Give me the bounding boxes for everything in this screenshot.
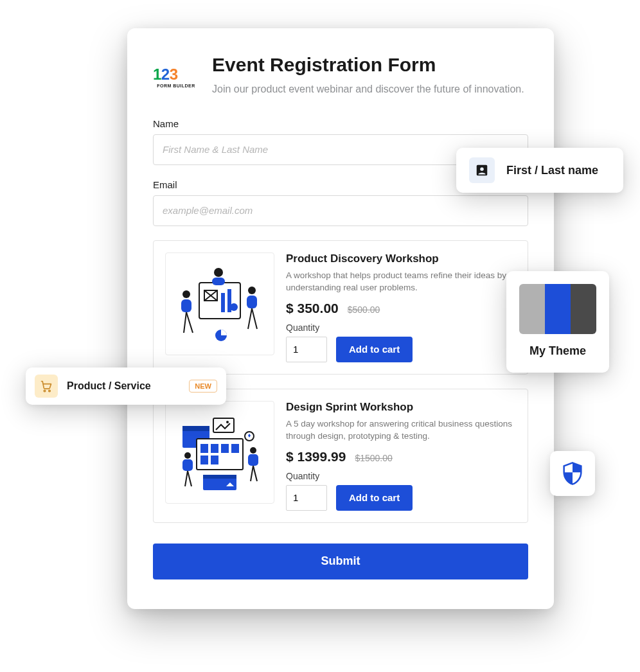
workshop-illustration-icon bbox=[175, 262, 265, 346]
product-description: A workshop that helps product teams refi… bbox=[286, 269, 516, 294]
form-card: 123 FORM BUILDER Event Registration Form… bbox=[127, 28, 554, 609]
security-badge[interactable] bbox=[550, 451, 595, 496]
svg-point-13 bbox=[248, 287, 256, 294]
svg-line-12 bbox=[186, 312, 193, 333]
product-illustration bbox=[165, 252, 274, 355]
logo-number: 123 bbox=[153, 67, 199, 82]
quantity-input[interactable] bbox=[286, 337, 327, 362]
svg-rect-4 bbox=[221, 293, 225, 312]
product-old-price: $500.00 bbox=[348, 305, 380, 315]
product-old-price: $1500.00 bbox=[355, 453, 392, 463]
svg-line-16 bbox=[252, 308, 257, 329]
svg-rect-28 bbox=[211, 455, 218, 464]
field-type-chip-label: Product / Service bbox=[67, 380, 180, 392]
form-header: 123 FORM BUILDER Event Registration Form… bbox=[153, 54, 528, 96]
person-icon bbox=[469, 157, 495, 183]
product-title: Product Discovery Workshop bbox=[286, 252, 516, 265]
new-badge: NEW bbox=[189, 380, 217, 393]
svg-rect-31 bbox=[203, 475, 236, 479]
shield-icon bbox=[560, 461, 585, 486]
svg-rect-26 bbox=[231, 444, 239, 453]
svg-point-41 bbox=[480, 167, 484, 171]
name-label: Name bbox=[153, 118, 528, 129]
add-to-cart-button[interactable]: Add to cart bbox=[336, 337, 413, 362]
logo-subtitle: FORM BUILDER bbox=[153, 84, 199, 88]
svg-line-35 bbox=[188, 471, 191, 486]
product-price: $ 1399.99 bbox=[286, 449, 346, 464]
field-type-chip-product[interactable]: Product / Service NEW bbox=[26, 367, 226, 405]
product-illustration bbox=[165, 401, 274, 504]
svg-point-9 bbox=[182, 290, 190, 298]
svg-point-6 bbox=[230, 303, 238, 311]
email-input[interactable] bbox=[153, 195, 528, 226]
page-subtitle: Join our product event webinar and disco… bbox=[212, 82, 524, 96]
shopping-cart-icon bbox=[35, 375, 58, 398]
logo: 123 FORM BUILDER bbox=[153, 54, 199, 88]
svg-rect-8 bbox=[212, 278, 225, 285]
product-card: Design Sprint Workshop A 5 day workshop … bbox=[153, 389, 528, 523]
product-description: A 5 day workshop for answering critical … bbox=[286, 418, 516, 443]
svg-rect-24 bbox=[211, 444, 218, 453]
svg-point-7 bbox=[214, 268, 223, 277]
svg-point-21 bbox=[226, 421, 229, 423]
quantity-label: Quantity bbox=[286, 323, 516, 333]
svg-rect-23 bbox=[200, 444, 208, 453]
product-price: $ 350.00 bbox=[286, 301, 339, 316]
product-card: Product Discovery Workshop A workshop th… bbox=[153, 240, 528, 375]
design-sprint-illustration-icon bbox=[175, 411, 265, 494]
add-to-cart-button[interactable]: Add to cart bbox=[336, 485, 413, 511]
svg-rect-19 bbox=[182, 426, 209, 431]
field-type-chip-label: First / Last name bbox=[506, 164, 598, 177]
svg-rect-33 bbox=[182, 459, 193, 471]
submit-button[interactable]: Submit bbox=[153, 544, 528, 579]
svg-line-39 bbox=[253, 466, 257, 481]
svg-point-32 bbox=[184, 452, 191, 459]
svg-line-15 bbox=[248, 308, 252, 329]
theme-label: My Theme bbox=[529, 344, 586, 358]
svg-point-43 bbox=[49, 390, 51, 392]
field-type-chip-name[interactable]: First / Last name bbox=[456, 148, 623, 193]
svg-rect-10 bbox=[181, 299, 191, 312]
theme-card[interactable]: My Theme bbox=[506, 271, 609, 373]
svg-rect-25 bbox=[221, 444, 229, 453]
svg-rect-20 bbox=[213, 418, 234, 432]
page-title: Event Registration Form bbox=[212, 54, 524, 76]
svg-line-34 bbox=[185, 471, 188, 486]
svg-point-36 bbox=[250, 447, 256, 454]
product-title: Design Sprint Workshop bbox=[286, 401, 516, 414]
quantity-input[interactable] bbox=[286, 485, 327, 511]
svg-rect-22 bbox=[197, 439, 243, 470]
svg-rect-27 bbox=[200, 455, 208, 464]
svg-rect-14 bbox=[247, 296, 257, 308]
quantity-label: Quantity bbox=[286, 471, 516, 481]
svg-line-38 bbox=[251, 466, 253, 481]
svg-rect-37 bbox=[248, 454, 258, 466]
theme-swatch-icon bbox=[519, 284, 596, 334]
svg-point-42 bbox=[44, 390, 46, 392]
svg-line-11 bbox=[184, 312, 186, 333]
